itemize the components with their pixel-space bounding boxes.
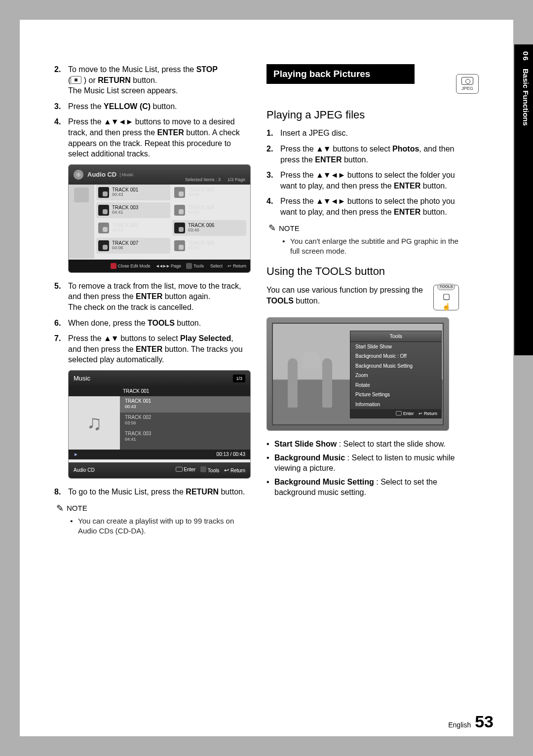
- track-cell[interactable]: TRACK 00603:40: [172, 220, 246, 236]
- tools-key-icon: [200, 466, 206, 472]
- playlist-row[interactable]: TRACK 00304:41: [120, 429, 250, 445]
- note-item: ▪ You can create a playlist with up to 9…: [70, 516, 247, 536]
- return-label[interactable]: Return: [230, 468, 245, 473]
- track-time: 04:02: [188, 210, 214, 215]
- album-art: ♫: [69, 396, 120, 450]
- source-label: Audio CD: [74, 467, 95, 474]
- chapter-label: Basic Functions: [522, 69, 530, 126]
- step-num: 4.: [54, 116, 68, 159]
- tools-menu-item[interactable]: Background Music Setting: [350, 361, 441, 371]
- play-icon[interactable]: ►: [74, 451, 78, 458]
- disc-icon: [74, 170, 83, 180]
- tools-label[interactable]: Tools: [208, 468, 219, 473]
- track-time: 00:43: [112, 192, 138, 197]
- step-body: Press the ▲▼◄► buttons to move to a desi…: [68, 116, 247, 159]
- return-icon: ↩: [224, 466, 229, 474]
- select-label[interactable]: Select: [210, 263, 223, 269]
- note-text: You can't enlarge the subtitle and PG gr…: [290, 236, 459, 257]
- bullet-tail: : Select to start the slide show.: [337, 440, 446, 448]
- track-cell[interactable]: TRACK 00503:43: [96, 220, 170, 236]
- playlist-row[interactable]: TRACK 00203:56: [120, 413, 250, 429]
- audio-cd-list-ui: Audio CD | Music Selected Items : 3 1/2 …: [68, 164, 251, 273]
- note-item: ▪ You can't enlarge the subtitle and PG …: [282, 236, 459, 257]
- track-time: 00:43: [125, 404, 245, 410]
- tools-intro-text: You can use various function by pressing…: [266, 285, 428, 306]
- bullet-head: Background Music Setting: [274, 478, 374, 486]
- page-footer: English 53: [448, 712, 494, 731]
- step-body: Press the ▲▼◄► buttons to select the fol…: [280, 170, 459, 191]
- step-body: Press the ▲▼ buttons to select Photos, a…: [280, 144, 459, 165]
- ui2-footer: Audio CD Enter Tools ↩ Return: [69, 462, 250, 478]
- track-cell[interactable]: TRACK 00803:52: [172, 238, 246, 254]
- text: button.: [219, 488, 245, 496]
- track-time: 03:40: [188, 228, 214, 232]
- music-note-icon: ♫: [86, 409, 102, 437]
- arrow-icons: ▲▼: [316, 145, 331, 153]
- tools-menu-title: Tools: [350, 331, 441, 342]
- text: Press the: [280, 197, 316, 205]
- tools-menu-item[interactable]: Information: [350, 400, 441, 410]
- return-label[interactable]: Return: [424, 411, 437, 416]
- text: button.: [175, 319, 201, 327]
- track-icon: [98, 187, 109, 198]
- step-body: To remove a track from the list, move to…: [68, 281, 247, 313]
- track-name: TRACK 002: [125, 415, 245, 420]
- heading-tools-button: Using the TOOLS button: [266, 264, 459, 279]
- enter-label[interactable]: Enter: [403, 411, 414, 416]
- note-text: You can create a playlist with up to 99 …: [78, 516, 247, 536]
- close-edit-label[interactable]: Close Edit Mode: [118, 263, 151, 269]
- step-body: To move to the Music List, press the STO…: [68, 64, 247, 96]
- tools-menu[interactable]: Tools Start Slide ShowBackground Music :…: [350, 331, 442, 418]
- play-selected-label: Play Selected: [180, 334, 231, 342]
- arrow-icons: ▲▼◄►: [104, 117, 133, 126]
- ui2-title: Music: [74, 374, 90, 383]
- bullet-head: Background Music: [274, 454, 345, 462]
- track-cell[interactable]: TRACK 00203:56: [172, 185, 246, 200]
- track-icon: [174, 223, 185, 233]
- enter-label: ENTER: [394, 182, 420, 190]
- return-label[interactable]: Return: [233, 263, 246, 269]
- note-heading: ✎ NOTE: [56, 502, 247, 514]
- track-cell[interactable]: TRACK 00100:43: [96, 185, 170, 200]
- note-icon: ✎: [268, 222, 276, 234]
- track-time: 03:56: [125, 420, 245, 426]
- track-cell[interactable]: TRACK 00304:41: [96, 202, 170, 218]
- tools-menu-item[interactable]: Start Slide Show: [350, 342, 441, 352]
- arrow-icons: ▲▼◄►: [316, 171, 345, 179]
- now-playing-track: TRACK 001: [123, 388, 149, 395]
- tools-button-icon: ▢: [443, 291, 450, 302]
- stop-icon: [71, 76, 81, 84]
- note-heading: ✎ NOTE: [268, 222, 459, 234]
- hand-icon: ☝: [442, 302, 451, 311]
- track-cell[interactable]: TRACK 00404:02: [172, 202, 246, 218]
- bullet-item: •Start Slide Show : Select to start the …: [266, 439, 459, 450]
- enter-label[interactable]: Enter: [184, 467, 195, 472]
- ui1-sidebar: [69, 185, 94, 259]
- return-label: RETURN: [98, 76, 131, 84]
- tools-label: TOOLS: [266, 297, 294, 305]
- step-num: 2.: [54, 64, 68, 96]
- tools-menu-item[interactable]: Rotate: [350, 380, 441, 390]
- text: Press the: [68, 102, 104, 111]
- ui2-titlebar: Music 1/3: [69, 371, 250, 386]
- tools-menu-item[interactable]: Picture Settings: [350, 390, 441, 400]
- text: You can use various function by pressing…: [266, 286, 423, 294]
- playlist-row[interactable]: TRACK 00100:43: [120, 396, 250, 413]
- text: button.: [131, 76, 157, 84]
- step-num: 3.: [266, 170, 280, 191]
- tower-shape: [288, 358, 298, 408]
- track-time: 03:43: [112, 228, 138, 232]
- bullet-head: Start Slide Show: [274, 440, 337, 448]
- tools-label[interactable]: Tools: [193, 263, 204, 269]
- chapter-number: 06: [522, 51, 530, 62]
- tools-menu-item[interactable]: Background Music : Off: [350, 351, 441, 361]
- page-number: 53: [475, 712, 494, 731]
- tools-menu-item[interactable]: Zoom: [350, 371, 441, 380]
- track-time: 04:41: [125, 437, 245, 442]
- track-time: 03:56: [188, 192, 214, 197]
- ui2-page: 1/3: [233, 375, 245, 382]
- language-label: English: [448, 721, 471, 729]
- track-cell[interactable]: TRACK 00704:06: [96, 238, 170, 254]
- page-label[interactable]: Page: [171, 263, 181, 269]
- bullet-item: •Background Music : Select to listen to …: [266, 453, 459, 474]
